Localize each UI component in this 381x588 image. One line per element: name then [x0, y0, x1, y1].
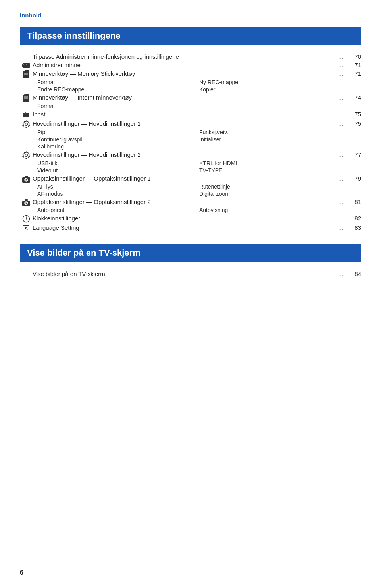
svg-rect-3 [25, 64, 25, 65]
toc-sub-right: Ny REC-mappe [199, 79, 361, 85]
toc-sub-left: Kontinuerlig avspill. [37, 136, 199, 143]
toc-entry-dots: ... [339, 94, 345, 101]
camera-icon [22, 175, 31, 183]
toc-entry-dots: ... [339, 111, 345, 118]
lang-icon: A [23, 225, 29, 232]
toc-entry-dots: ... [339, 70, 345, 77]
toc-main-entry: Opptaksinnstillinger — Opptaksinnstillin… [20, 174, 361, 183]
toc-entry-label: Tilpasse Administrer minne-funksjonen og… [33, 53, 339, 60]
clock-icon [22, 215, 30, 223]
toc-entry-dots: ... [339, 151, 345, 158]
toc-sub-left: AF-lys [37, 183, 199, 190]
toc-entry-page: 75 [345, 120, 361, 127]
svg-rect-15 [23, 113, 29, 114]
toc-sub-left: AF-modus [37, 191, 199, 197]
toc-entry-page: 79 [345, 175, 361, 182]
toc-main-entry: Innst. ...75 [20, 110, 361, 119]
toc-main-entry: Minneverktøy — Internt minneverktøy ...7… [20, 93, 361, 102]
toc-sub-left: Format [37, 79, 199, 85]
toc-entry-page: 83 [345, 224, 361, 231]
toc-sub-entry: Format [20, 102, 361, 110]
svg-rect-4 [26, 64, 27, 65]
svg-rect-28 [25, 199, 28, 201]
toc-entry-dots: ... [339, 215, 345, 222]
toc-entry-dots: ... [339, 53, 345, 60]
toc-entry-page: 75 [345, 111, 361, 118]
toc-main-entry: Hovedinnstillinger — Hovedinnstillinger … [20, 119, 361, 129]
svg-rect-6 [24, 73, 25, 75]
toc-sub-left: Format [37, 103, 361, 109]
toc-entry-label: Minneverktøy — Internt minneverktøy [33, 94, 339, 101]
section-header-tilpasse: Tilpasse innstillingene [20, 27, 361, 45]
toc-sub-left: Auto-orient. [37, 207, 199, 213]
toc-entry-page: 74 [345, 94, 361, 101]
toc-entry-page: 84 [345, 270, 361, 277]
toc-main-entry: Opptaksinnstillinger — Opptaksinnstillin… [20, 197, 361, 206]
toc-entry-page: 82 [345, 215, 361, 222]
toc-main-entry: Vise bilder på en TV-skjerm ...84 [20, 269, 361, 278]
toc-sub-right: TV-TYPE [199, 167, 361, 174]
toc-entry-dots: ... [339, 224, 345, 231]
toc-entry-label: Opptaksinnstillinger — Opptaksinnstillin… [33, 175, 339, 182]
toc-sub-entry: AF-modusDigital zoom [20, 190, 361, 197]
section-vise: Vise bilder på en TV-skjermVise bilder p… [20, 244, 361, 278]
svg-point-20 [25, 154, 27, 156]
toc-sub-right: Digital zoom [199, 191, 361, 197]
svg-rect-16 [23, 114, 29, 116]
svg-rect-12 [25, 96, 26, 99]
toc-entry-label: Klokkeinnstillinger [33, 215, 339, 222]
innhold-link[interactable]: Innhold [20, 12, 361, 19]
toc-entry-label: Language Setting [33, 224, 339, 231]
toc-sub-entry: FormatNy REC-mappe [20, 79, 361, 86]
toc-entry-page: 77 [345, 151, 361, 158]
toc-sub-entry: PipFunksj.veiv. [20, 129, 361, 136]
toc-sub-entry: AF-lysRutenettlinje [20, 183, 361, 190]
toc-entry-label: Minneverktøy — Memory Stick-verktøy [33, 70, 339, 77]
settings-icon [22, 151, 30, 159]
toc-main-entry: Tilpasse Administrer minne-funksjonen og… [20, 52, 361, 60]
svg-rect-11 [24, 96, 25, 99]
toc-sub-right: KTRL for HDMI [199, 160, 361, 166]
toc-sub-entry: USB-tilk.KTRL for HDMI [20, 160, 361, 167]
svg-rect-9 [27, 73, 28, 75]
toc-sub-right: Funksj.veiv. [199, 129, 361, 135]
toc-entry-page: 70 [345, 53, 361, 60]
section-tilpasse: Tilpasse innstillingeneTilpasse Administ… [20, 27, 361, 233]
toc-sub-right: Rutenettlinje [199, 183, 361, 190]
toc-entry-dots: ... [339, 62, 345, 68]
toc-sub-left: Pip [37, 129, 199, 135]
toc-main-entry: Minneverktøy — Memory Stick-verktøy ...7… [20, 69, 361, 79]
toc-sub-entry: Auto-orient.Autovisning [20, 206, 361, 214]
toc-entry-page: 81 [345, 199, 361, 205]
toc-entry-label: Opptaksinnstillinger — Opptaksinnstillin… [33, 199, 339, 205]
toc-sub-entry: Kalibrering [20, 143, 361, 150]
svg-point-19 [25, 123, 27, 125]
toc-entry-label: Hovedinnstillinger — Hovedinnstillinger … [33, 151, 339, 158]
toc-main-entry: Hovedinnstillinger — Hovedinnstillinger … [20, 150, 361, 160]
toc-sub-entry: Endre REC-mappeKopier [20, 86, 361, 93]
toc-sub-right: Initialiser [199, 136, 361, 143]
toc-entry-label: Vise bilder på en TV-skjerm [33, 270, 339, 277]
toc-entry-dots: ... [339, 199, 345, 205]
settings-icon [22, 120, 30, 128]
toc-main-entry: Klokkeinnstillinger ...82 [20, 214, 361, 223]
svg-rect-14 [27, 96, 28, 99]
svg-rect-17 [23, 116, 29, 117]
toc-entry-dots: ... [339, 175, 345, 182]
section-header-vise: Vise bilder på en TV-skjerm [20, 244, 361, 262]
toc-sub-entry: Video utTV-TYPE [20, 167, 361, 174]
toc-entry-label: Hovedinnstillinger — Hovedinnstillinger … [33, 120, 339, 127]
toc-main-entry: ALanguage Setting ...83 [20, 223, 361, 232]
page-number: 6 [20, 569, 23, 576]
toc-entry-dots: ... [339, 120, 345, 127]
svg-rect-1 [22, 64, 23, 67]
toc-sub-left: USB-tilk. [37, 160, 199, 166]
wrench-icon [22, 111, 30, 119]
toc-entry-page: 71 [345, 70, 361, 77]
svg-rect-24 [25, 176, 28, 177]
toc-sub-left: Kalibrering [37, 143, 361, 150]
toc-sub-left: Video ut [37, 167, 199, 174]
toc-entry-dots: ... [339, 270, 345, 277]
toc-sub-right: Kopier [199, 86, 361, 93]
toc-sub-left: Endre REC-mappe [37, 86, 199, 93]
